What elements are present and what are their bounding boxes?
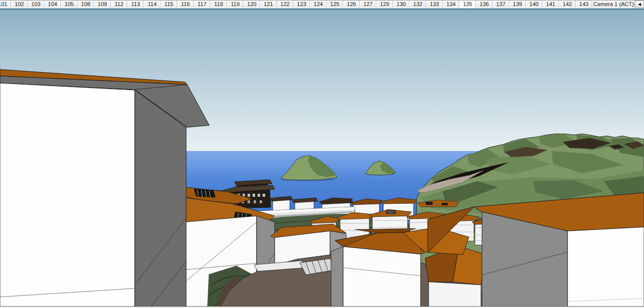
scene-tab-102[interactable]: 102 xyxy=(11,1,28,8)
scene-tab-116[interactable]: 116 xyxy=(177,1,194,8)
scene-tab-101[interactable]: 101 xyxy=(0,1,11,8)
scene-tab-125[interactable]: 125 xyxy=(327,1,343,8)
foreground-left-building xyxy=(0,69,209,306)
scene-tab-113[interactable]: 113 xyxy=(127,1,144,8)
scene-tab-130[interactable]: 130 xyxy=(393,1,410,8)
scene-tab-135[interactable]: 135 xyxy=(459,1,476,8)
scene-tab-143[interactable]: 143 xyxy=(576,1,592,8)
scene-tab-123[interactable]: 123 xyxy=(293,1,310,8)
scene-tab-118[interactable]: 118 xyxy=(210,1,227,8)
scene-tab-103[interactable]: 103 xyxy=(28,1,44,8)
scene-tab-132[interactable]: 132 xyxy=(410,1,426,8)
scene-tab-137[interactable]: 137 xyxy=(493,1,509,8)
scene-tab-124[interactable]: 124 xyxy=(310,1,327,8)
scene-tab-136[interactable]: 136 xyxy=(476,1,493,8)
scene-tab-119[interactable]: 119 xyxy=(227,1,244,8)
scene-tab-117[interactable]: 117 xyxy=(194,1,210,8)
scene-tab-126[interactable]: 126 xyxy=(343,1,360,8)
scene-tab-142[interactable]: 142 xyxy=(559,1,576,8)
scene-tab-121[interactable]: 121 xyxy=(260,1,277,8)
scene-tab-133[interactable]: 133 xyxy=(426,1,443,8)
center-buildings xyxy=(331,227,486,306)
scene-tab-134[interactable]: 134 xyxy=(443,1,459,8)
application-window: 1011021031041051081091121131141151161171… xyxy=(0,0,644,308)
scene-tab-camera[interactable]: Camera 1 (ACT) xyxy=(592,1,635,8)
scene-tab-115[interactable]: 115 xyxy=(160,1,177,8)
scene-tab-129[interactable]: 129 xyxy=(376,1,393,8)
scene-tab-140[interactable]: 140 xyxy=(526,1,542,8)
scene-tab-108[interactable]: 108 xyxy=(77,1,94,8)
scene-tab-104[interactable]: 104 xyxy=(44,1,61,8)
scene-tab-114[interactable]: 114 xyxy=(144,1,160,8)
scene-tab-127[interactable]: 127 xyxy=(360,1,376,8)
scene-tab-109[interactable]: 109 xyxy=(94,1,111,8)
scene-tabs: 1011021031041051081091121131141151161171… xyxy=(0,1,592,8)
3d-viewport[interactable] xyxy=(0,10,644,306)
tab-scroll-left-button[interactable]: ◀ xyxy=(635,1,644,8)
scene-tabs-bar: 1011021031041051081091121131141151161171… xyxy=(0,0,644,8)
scene-tab-139[interactable]: 139 xyxy=(509,1,526,8)
scene-tab-112[interactable]: 112 xyxy=(111,1,127,8)
scene-tab-105[interactable]: 105 xyxy=(61,1,77,8)
scene-tab-122[interactable]: 122 xyxy=(277,1,293,8)
scene-tab-120[interactable]: 120 xyxy=(244,1,260,8)
scene-tab-141[interactable]: 141 xyxy=(542,1,559,8)
